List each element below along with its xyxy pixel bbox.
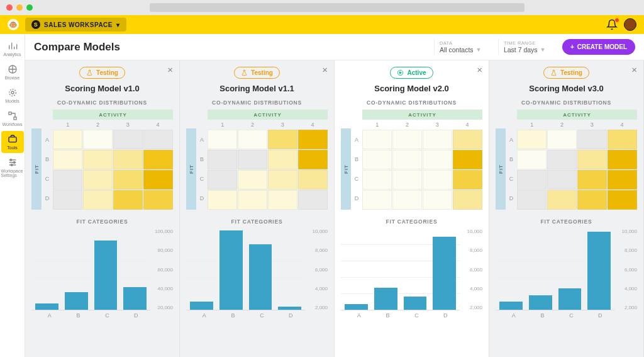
heatmap-cell <box>143 150 173 169</box>
flask-icon <box>241 69 248 76</box>
heatmap-cell <box>577 130 607 149</box>
section-label: FIT CATEGORIES <box>341 218 482 225</box>
heatmap-cell <box>423 190 452 210</box>
bar <box>123 287 147 310</box>
main: Compare Models DATA All contacts▼ TIME R… <box>25 34 644 357</box>
bar <box>190 302 213 310</box>
model-title: Scoring Model v3.0 <box>496 84 637 93</box>
sidebar: AnalyticsBrowseModelsWorkflowsToolsWorks… <box>0 34 25 357</box>
heatmap-cell <box>208 150 237 169</box>
sidebar-item-browse[interactable]: Browse <box>1 61 24 83</box>
svg-point-6 <box>10 159 12 161</box>
section-label: FIT CATEGORIES <box>31 218 173 225</box>
bar <box>35 303 58 310</box>
close-card-button[interactable]: × <box>631 64 637 75</box>
heatmap-cell <box>392 130 422 149</box>
heatmap-cell <box>577 170 607 190</box>
svg-rect-5 <box>9 137 16 142</box>
heatmap-cell <box>113 170 143 190</box>
window-min-dot[interactable] <box>16 4 23 11</box>
time-filter[interactable]: TIME RANGE Last 7 days▼ <box>498 39 555 55</box>
heatmap-cell <box>268 130 297 149</box>
heatmap-cell <box>547 170 577 190</box>
heatmap-cell <box>608 170 637 190</box>
section-label: FIT CATEGORIES <box>496 218 637 225</box>
heatmap-cell <box>53 130 82 149</box>
sidebar-item-workspace-settings[interactable]: Workspace Settings <box>1 154 24 181</box>
heatmap-cell <box>238 190 267 210</box>
close-card-button[interactable]: × <box>322 64 328 75</box>
heatmap-cell <box>392 170 422 190</box>
heatmap-cell <box>608 150 637 169</box>
heatmap-cell <box>143 170 173 190</box>
fit-axis-label: FIT <box>31 128 42 210</box>
workspace-switcher[interactable]: S SALES WORKSPACE ▾ <box>25 18 126 31</box>
close-card-button[interactable]: × <box>167 64 173 75</box>
bar <box>558 288 582 310</box>
activity-axis-label: ACTIVITY <box>208 110 328 120</box>
heatmap-cell <box>517 170 547 190</box>
heatmap-cell <box>392 150 422 169</box>
heatmap-cell <box>143 130 173 149</box>
bar <box>219 230 243 310</box>
filter-label: TIME RANGE <box>504 40 550 46</box>
model-card: ×ActiveScoring Model v2.0CO-DYNAMIC DIST… <box>335 60 489 357</box>
heatmap-cell <box>53 170 82 190</box>
bar-chart: 10,0008,0006,0004,0002,000 <box>186 229 328 310</box>
app-logo[interactable]: 🐵 <box>8 19 19 30</box>
heatmap-cell <box>362 150 392 169</box>
filter-label: DATA <box>440 40 486 46</box>
svg-rect-3 <box>9 112 11 115</box>
bar <box>499 302 523 310</box>
flask-icon <box>550 69 557 76</box>
url-bar[interactable] <box>150 3 525 12</box>
heatmap-cell <box>238 170 267 190</box>
fit-axis-label: FIT <box>496 128 506 210</box>
heatmap-cell <box>517 130 547 149</box>
section-label: CO-DYNAMIC DISTRIBUTIONS <box>31 99 173 106</box>
sidebar-item-tools[interactable]: Tools <box>1 131 24 153</box>
bar <box>345 304 368 310</box>
sidebar-item-workflows[interactable]: Workflows <box>1 108 24 130</box>
sidebar-item-models[interactable]: Models <box>1 84 24 106</box>
sidebar-item-analytics[interactable]: Analytics <box>1 38 24 60</box>
window-close-dot[interactable] <box>6 4 13 11</box>
create-model-button[interactable]: + CREATE MODEL <box>562 39 635 55</box>
status-pill: Testing <box>234 67 280 79</box>
status-pill: Testing <box>79 67 125 79</box>
models-icon <box>8 88 18 98</box>
heatmap-cell <box>113 130 143 149</box>
bar <box>278 307 301 310</box>
close-card-button[interactable]: × <box>477 64 482 75</box>
browse-icon <box>8 64 18 74</box>
heatmap-cell <box>547 130 577 149</box>
section-label: CO-DYNAMIC DISTRIBUTIONS <box>496 99 637 106</box>
y-axis: 10,0008,0006,0004,0002,000 <box>460 229 482 310</box>
bar <box>65 292 88 310</box>
chevron-down-icon: ▼ <box>476 47 482 53</box>
bar-chart: 10,0008,0006,0004,0002,000 <box>496 229 637 310</box>
notifications-button[interactable] <box>606 19 618 30</box>
user-avatar[interactable] <box>624 18 636 31</box>
fit-axis-label: FIT <box>186 128 196 210</box>
heatmap: FITACTIVITY1234ABCD <box>186 110 328 210</box>
model-title: Scoring Model v1.0 <box>31 84 173 93</box>
bar <box>587 232 611 310</box>
heatmap-cell <box>547 150 577 169</box>
bar <box>433 237 456 310</box>
x-axis: ABCD <box>341 310 482 319</box>
heatmap-cell <box>83 130 113 149</box>
heatmap-cell <box>113 150 143 169</box>
heatmap-cell <box>268 150 297 169</box>
heatmap-cell <box>238 130 267 149</box>
window-max-dot[interactable] <box>26 4 33 11</box>
x-axis: ABCD <box>186 310 328 319</box>
svg-rect-4 <box>14 117 16 120</box>
model-card: ×TestingScoring Model v3.0CO-DYNAMIC DIS… <box>489 60 644 357</box>
heatmap-cell <box>453 170 482 190</box>
heatmap-cell <box>83 150 113 169</box>
activity-axis-label: ACTIVITY <box>517 110 637 120</box>
fit-axis-label: FIT <box>341 128 351 210</box>
data-filter[interactable]: DATA All contacts▼ <box>434 39 491 55</box>
heatmap-cell <box>423 170 452 190</box>
